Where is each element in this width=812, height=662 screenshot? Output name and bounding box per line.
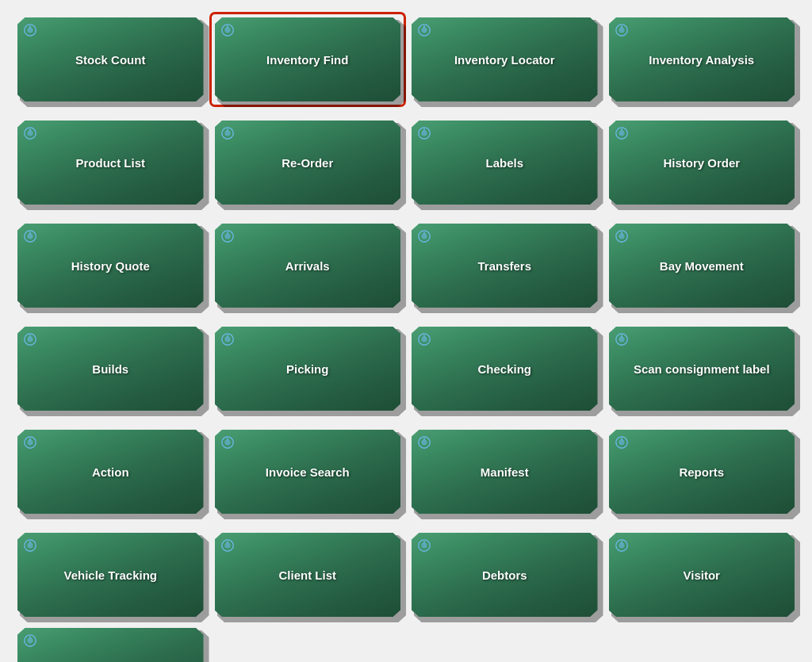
tile-vehicle-tracking[interactable]: Vehicle Tracking: [16, 531, 205, 618]
tile-stock-count[interactable]: Stock Count: [16, 16, 205, 103]
svg-point-13: [421, 130, 427, 136]
tile-sapphireone-web-toolset[interactable]: SapphireOne Web Toolset: [16, 626, 205, 662]
tile-label-manifest: Manifest: [465, 465, 545, 479]
tile-inner-history-order: History Order: [607, 119, 797, 206]
svg-point-41: [27, 542, 33, 548]
tile-product-list[interactable]: Product List: [16, 119, 205, 206]
svg-point-1: [27, 27, 33, 33]
tile-label-debtors: Debtors: [466, 568, 543, 582]
svg-point-21: [421, 233, 427, 239]
tile-checking[interactable]: Checking: [410, 325, 599, 412]
sapphire-icon: [220, 538, 236, 553]
sapphire-icon: [614, 434, 630, 450]
sapphire-icon: [220, 331, 236, 347]
tile-bay-movement[interactable]: Bay Movement: [607, 222, 797, 309]
svg-point-7: [619, 27, 624, 33]
tile-inner-debtors: Debtors: [410, 531, 599, 618]
tile-inner-action: Action: [16, 428, 205, 515]
tile-inner-picking: Picking: [213, 325, 403, 412]
tile-inventory-find[interactable]: Inventory Find: [213, 16, 403, 103]
tile-inventory-analysis[interactable]: Inventory Analysis: [607, 16, 797, 103]
svg-point-3: [224, 27, 230, 33]
tile-inner-transfers: Transfers: [410, 222, 599, 309]
tile-inner-vehicle-tracking: Vehicle Tracking: [16, 531, 205, 618]
tile-labels[interactable]: Labels: [410, 119, 599, 206]
svg-point-15: [619, 130, 624, 136]
tile-arrivals[interactable]: Arrivals: [213, 222, 403, 309]
tile-action[interactable]: Action: [16, 428, 205, 515]
sapphire-icon: [22, 434, 38, 450]
tile-inner-client-list: Client List: [213, 531, 403, 618]
tile-transfers[interactable]: Transfers: [410, 222, 599, 309]
grid-row-5: Action Invoice Search: [8, 420, 804, 523]
svg-point-35: [224, 439, 230, 445]
tile-inner-scan-consignment-label: Scan consignment label: [607, 325, 797, 412]
svg-point-27: [224, 336, 230, 342]
svg-point-23: [619, 233, 624, 239]
sapphire-icon: [416, 331, 432, 347]
sapphire-icon: [416, 228, 432, 244]
svg-point-47: [619, 542, 624, 548]
tile-label-vehicle-tracking: Vehicle Tracking: [48, 568, 173, 582]
tile-inventory-locator[interactable]: Inventory Locator: [410, 16, 599, 103]
tile-inner-product-list: Product List: [16, 119, 205, 206]
tile-re-order[interactable]: Re-Order: [213, 119, 403, 206]
tile-builds[interactable]: Builds: [16, 325, 205, 412]
tile-invoice-search[interactable]: Invoice Search: [213, 428, 403, 515]
tile-label-scan-consignment-label: Scan consignment label: [618, 362, 786, 376]
tile-inner-stock-count: Stock Count: [16, 16, 205, 103]
svg-point-29: [421, 336, 427, 342]
tile-label-transfers: Transfers: [462, 259, 547, 273]
tile-label-inventory-locator: Inventory Locator: [439, 53, 571, 67]
tile-label-action: Action: [76, 465, 145, 479]
svg-point-45: [421, 542, 427, 548]
tile-inner-labels: Labels: [410, 119, 599, 206]
sapphire-icon: [614, 228, 630, 244]
tile-inner-inventory-locator: Inventory Locator: [410, 16, 599, 103]
tile-label-bay-movement: Bay Movement: [644, 259, 760, 273]
tile-history-order[interactable]: History Order: [607, 119, 797, 206]
grid-row-6: Vehicle Tracking Client List: [8, 523, 804, 626]
tile-inner-manifest: Manifest: [410, 428, 599, 515]
tile-label-labels: Labels: [469, 156, 539, 170]
svg-point-43: [224, 542, 230, 548]
tile-debtors[interactable]: Debtors: [410, 531, 599, 618]
sapphire-icon: [22, 228, 38, 244]
tile-label-client-list: Client List: [262, 568, 352, 582]
sapphire-icon: [22, 538, 38, 553]
tile-reports[interactable]: Reports: [607, 428, 797, 515]
sapphire-icon: [614, 125, 630, 141]
svg-point-31: [619, 336, 624, 342]
tile-inner-reports: Reports: [607, 428, 797, 515]
svg-point-11: [224, 130, 230, 136]
grid-row-3: History Quote Arrivals: [8, 214, 804, 317]
tile-picking[interactable]: Picking: [213, 325, 403, 412]
grid-row-7: SapphireOne Web Toolset: [8, 626, 804, 662]
sapphire-icon: [220, 228, 236, 244]
tile-inner-bay-movement: Bay Movement: [607, 222, 797, 309]
sapphire-icon: [614, 331, 630, 347]
tile-visitor[interactable]: Visitor: [607, 531, 797, 618]
tile-label-product-list: Product List: [59, 156, 161, 170]
tile-label-history-quote: History Quote: [56, 259, 166, 273]
grid-row-2: Product List Re-Order: [8, 111, 804, 214]
tile-label-visitor: Visitor: [668, 568, 736, 582]
tile-manifest[interactable]: Manifest: [410, 428, 599, 515]
tile-inner-history-quote: History Quote: [16, 222, 205, 309]
sapphire-icon: [614, 538, 630, 553]
sapphire-icon: [220, 125, 236, 141]
tile-label-inventory-analysis: Inventory Analysis: [633, 53, 770, 67]
svg-point-19: [224, 233, 230, 239]
tile-history-quote[interactable]: History Quote: [16, 222, 205, 309]
tile-inner-inventory-analysis: Inventory Analysis: [607, 16, 797, 103]
tile-inner-visitor: Visitor: [607, 531, 797, 618]
sapphire-icon: [22, 22, 38, 38]
grid-row-1: Stock Count Inventory Find: [8, 8, 804, 111]
tile-scan-consignment-label[interactable]: Scan consignment label: [607, 325, 797, 412]
tile-inner-builds: Builds: [16, 325, 205, 412]
sapphire-icon: [416, 22, 432, 38]
tile-bg: [17, 628, 204, 662]
tile-label-checking: Checking: [462, 362, 547, 376]
sapphire-icon: [416, 125, 432, 141]
tile-client-list[interactable]: Client List: [213, 531, 403, 618]
